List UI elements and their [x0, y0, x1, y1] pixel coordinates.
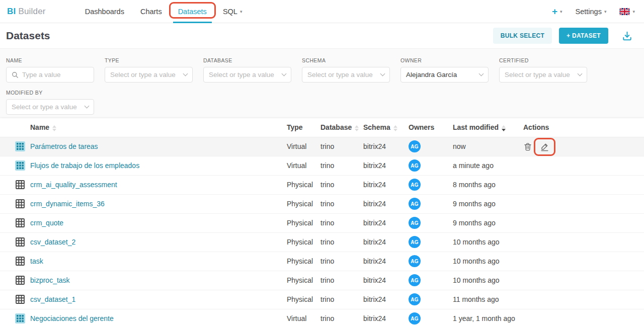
owner-avatar[interactable]: AG: [409, 312, 421, 324]
owner-avatar[interactable]: AG: [409, 179, 421, 191]
chevron-down-icon: [183, 71, 188, 76]
owner-avatar[interactable]: AG: [409, 236, 421, 248]
virtual-dataset-icon: [15, 141, 25, 151]
dataset-schema: bitrix24: [363, 257, 386, 265]
dataset-name-link[interactable]: csv_dataset_1: [30, 295, 75, 303]
uk-flag-icon: [619, 8, 630, 15]
nav-tab-dashboards[interactable]: Dashboards: [77, 0, 132, 23]
column-header-name[interactable]: Name: [30, 118, 287, 137]
sort-icon: [393, 125, 397, 131]
filter-name: NAME: [6, 57, 94, 83]
dataset-name-link[interactable]: task: [30, 257, 43, 265]
dataset-schema-cell: bitrix24: [363, 290, 409, 309]
dataset-type-icon-cell: [0, 252, 30, 271]
database-filter-control[interactable]: Select or type a value: [203, 67, 291, 83]
column-header-label: Last modified: [453, 123, 499, 131]
filter-database: DATABASESelect or type a value: [203, 57, 291, 83]
dataset-name-cell: csv_dataset_2: [30, 232, 287, 252]
actions-cell: [523, 156, 644, 175]
dataset-name-cell: Parámetros de tareas: [30, 137, 287, 156]
dataset-database: trino: [320, 238, 334, 246]
type-filter-control[interactable]: Select or type a value: [105, 67, 193, 83]
name-filter-control[interactable]: [6, 67, 94, 83]
nav-tab-label: SQL: [223, 8, 237, 16]
edit-dataset-button[interactable]: [540, 142, 549, 151]
dataset-name-link[interactable]: Parámetros de tareas: [30, 142, 98, 150]
owner-avatar[interactable]: AG: [409, 198, 421, 210]
row-actions: [523, 142, 644, 151]
top-navbar: BI Builder DashboardsChartsDatasetsSQL▾ …: [0, 0, 644, 23]
table-row: Flujos de trabajo de los empleadosVirtua…: [0, 156, 644, 175]
chevron-down-icon: ▾: [240, 9, 243, 14]
dataset-type: Physical: [287, 219, 313, 227]
last-modified-cell: 1 year, 1 month ago: [453, 309, 523, 325]
filter-label-certified: CERTIFIED: [499, 57, 587, 63]
new-item-menu[interactable]: + ▾: [552, 7, 562, 16]
main-nav-tabs: DashboardsChartsDatasetsSQL▾: [77, 0, 251, 23]
export-datasets-button[interactable]: [615, 30, 636, 42]
nav-tab-charts[interactable]: Charts: [132, 0, 170, 23]
sort-icon: [52, 125, 56, 131]
column-header-last-modified[interactable]: Last modified: [453, 118, 523, 137]
virtual-dataset-icon: [15, 313, 25, 323]
delete-dataset-button[interactable]: [523, 142, 532, 151]
dataset-name-link[interactable]: crm_ai_quality_assessment: [30, 181, 117, 189]
owner-avatar[interactable]: AG: [409, 293, 421, 305]
dataset-name-link[interactable]: crm_dynamic_items_36: [30, 200, 105, 208]
dataset-name-link[interactable]: bizproc_task: [30, 276, 70, 284]
sort-icon: [355, 125, 359, 131]
chevron-down-icon: ▾: [632, 9, 635, 14]
dataset-name-cell: task: [30, 252, 287, 271]
schema-filter-control[interactable]: Select or type a value: [302, 67, 390, 83]
owner-avatar[interactable]: AG: [409, 140, 421, 152]
dataset-type: Virtual: [287, 314, 306, 322]
dataset-type: Physical: [287, 276, 313, 284]
dataset-schema-cell: bitrix24: [363, 156, 409, 175]
dataset-name-link[interactable]: Negociaciones del gerente: [30, 314, 114, 322]
datasets-table: NameTypeDatabaseSchemaOwnersLast modifie…: [0, 118, 644, 325]
page-header: Datasets BULK SELECT + DATASET: [0, 23, 644, 48]
owner-filter-control[interactable]: Alejandra García: [400, 67, 489, 83]
column-header-database[interactable]: Database: [320, 118, 363, 137]
dataset-schema-cell: bitrix24: [363, 194, 409, 213]
sort-icon: [502, 125, 506, 131]
dataset-schema: bitrix24: [363, 219, 386, 227]
chevron-down-icon: [380, 71, 385, 76]
owner-avatar[interactable]: AG: [409, 217, 421, 229]
dataset-name-link[interactable]: csv_dataset_2: [30, 238, 75, 246]
certified-filter-control[interactable]: Select or type a value: [499, 67, 587, 83]
last-modified-cell: 10 months ago: [453, 271, 523, 290]
settings-menu[interactable]: Settings ▾: [576, 8, 607, 16]
add-dataset-button[interactable]: + DATASET: [559, 28, 608, 44]
app-logo[interactable]: BI Builder: [0, 0, 46, 23]
last-modified-cell: 10 months ago: [453, 252, 523, 271]
schema-filter-value: Select or type a value: [307, 71, 381, 78]
owner-avatar[interactable]: AG: [409, 255, 421, 267]
last-modified-value: 10 months ago: [453, 276, 500, 284]
dataset-name-link[interactable]: crm_quote: [30, 219, 63, 227]
physical-dataset-icon: [15, 294, 25, 304]
dataset-type-icon-cell: [0, 213, 30, 232]
dataset-name-link[interactable]: Flujos de trabajo de los empleados: [30, 161, 139, 170]
owner-avatar[interactable]: AG: [409, 274, 421, 286]
name-filter-input[interactable]: [22, 71, 89, 78]
dataset-type-cell: Physical: [287, 252, 320, 271]
filter-label-name: NAME: [6, 57, 94, 63]
last-modified-value: 1 year, 1 month ago: [453, 314, 515, 322]
owner-avatar[interactable]: AG: [409, 159, 421, 172]
nav-tab-datasets[interactable]: Datasets: [170, 0, 215, 23]
table-row: crm_ai_quality_assessmentPhysicaltrinobi…: [0, 175, 644, 194]
language-picker[interactable]: ▾: [619, 8, 635, 15]
dataset-schema: bitrix24: [363, 238, 386, 246]
dataset-type-icon-cell: [0, 137, 30, 156]
dataset-database: trino: [320, 295, 334, 303]
dataset-type-icon-cell: [0, 175, 30, 194]
column-header-label: Database: [320, 123, 352, 131]
last-modified-value: 11 months ago: [453, 295, 499, 303]
modified_by-filter-control[interactable]: Select or type a value: [6, 99, 94, 115]
dataset-database: trino: [320, 181, 334, 189]
nav-tab-sql[interactable]: SQL▾: [215, 0, 251, 23]
bulk-select-button[interactable]: BULK SELECT: [493, 28, 552, 44]
column-header-schema[interactable]: Schema: [363, 118, 409, 137]
column-header-label: Owners: [409, 123, 434, 131]
